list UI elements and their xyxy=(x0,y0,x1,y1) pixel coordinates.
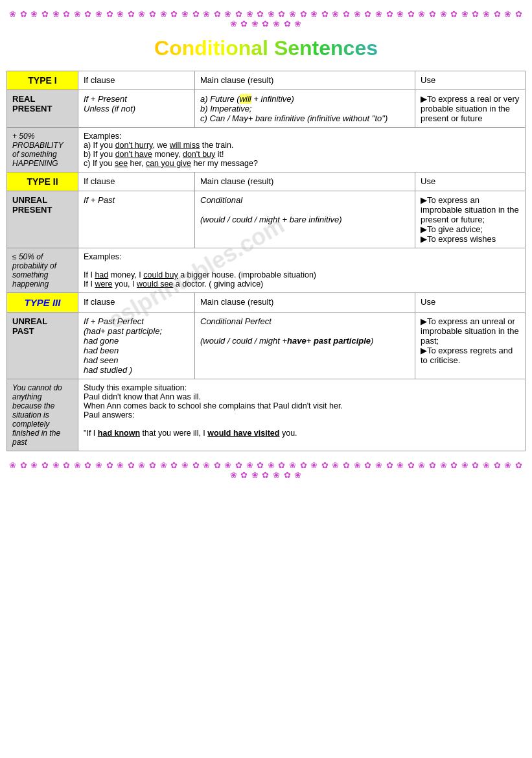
type2-use-header: Use xyxy=(415,172,526,191)
type1-use: ▶To express a real or very probable situ… xyxy=(415,90,526,128)
bottom-border: ❀ ✿ ❀ ✿ ❀ ✿ ❀ ✿ ❀ ✿ ❀ ✿ ❀ ✿ ❀ ✿ ❀ ✿ ❀ ✿ … xyxy=(6,458,526,482)
type2-if-clause-header: If clause xyxy=(78,172,195,191)
type2-main-clause: Conditional (would / could / might + bar… xyxy=(195,191,415,248)
type3-header-row: TYPE III If clause Main clause (result) … xyxy=(7,293,526,313)
unreal-present-row: UNREALPRESENT If + Past Conditional (wou… xyxy=(7,191,526,248)
real-present-label: REALPRESENT xyxy=(7,90,78,128)
if-clause-header: If clause xyxy=(78,71,195,90)
type3-use: ▶To express an unreal or improbable situ… xyxy=(415,313,526,379)
unreal-present-label: UNREALPRESENT xyxy=(7,191,78,248)
type2-use: ▶To express an improbable situation in t… xyxy=(415,191,526,248)
real-present-row: REALPRESENT If + PresentUnless (if not) … xyxy=(7,90,526,128)
page-title: Conditional Sentences xyxy=(6,31,526,67)
type1-label: TYPE I xyxy=(7,71,78,90)
unreal-past-label: UNREALPAST xyxy=(7,313,78,379)
type1-main-clause: a) Future (will + infinitive) b) Imperat… xyxy=(195,90,415,128)
type2-examples-row: ≤ 50% of probability of something happen… xyxy=(7,248,526,293)
type1-header-row: TYPE I If clause Main clause (result) Us… xyxy=(7,71,526,90)
top-border: ❀ ✿ ❀ ✿ ❀ ✿ ❀ ✿ ❀ ✿ ❀ ✿ ❀ ✿ ❀ ✿ ❀ ✿ ❀ ✿ … xyxy=(6,6,526,31)
type3-probability: You cannot do anything because the situa… xyxy=(7,379,78,451)
type1-if-clause: If + PresentUnless (if not) xyxy=(78,90,195,128)
type3-examples-row: You cannot do anything because the situa… xyxy=(7,379,526,451)
type3-label: TYPE III xyxy=(7,293,78,313)
type2-label: TYPE II xyxy=(7,172,78,191)
type3-use-header: Use xyxy=(415,293,526,313)
type1-examples: Examples: a) If you don't hurry, we will… xyxy=(78,128,526,172)
type3-if-clause-header: If clause xyxy=(78,293,195,313)
type3-examples: Study this example situation: Paul didn'… xyxy=(78,379,526,451)
unreal-past-row: UNREALPAST If + Past Perfect (had+ past … xyxy=(7,313,526,379)
type2-examples: Examples: If I had money, I could buy a … xyxy=(78,248,526,293)
use-header: Use xyxy=(415,71,526,90)
type3-main-clause: Conditional Perfect (would / could / mig… xyxy=(195,313,415,379)
type1-examples-row: + 50% PROBABILITYof somethingHAPPENING E… xyxy=(7,128,526,172)
type2-main-clause-header: Main clause (result) xyxy=(195,172,415,191)
type2-header-row: TYPE II If clause Main clause (result) U… xyxy=(7,172,526,191)
type3-if-clause: If + Past Perfect (had+ past participle;… xyxy=(78,313,195,379)
type1-probability: + 50% PROBABILITYof somethingHAPPENING xyxy=(7,128,78,172)
type2-probability: ≤ 50% of probability of something happen… xyxy=(7,248,78,293)
conditional-table: TYPE I If clause Main clause (result) Us… xyxy=(6,71,526,451)
type3-main-clause-header: Main clause (result) xyxy=(195,293,415,313)
main-clause-header: Main clause (result) xyxy=(195,71,415,90)
type2-if-clause: If + Past xyxy=(78,191,195,248)
